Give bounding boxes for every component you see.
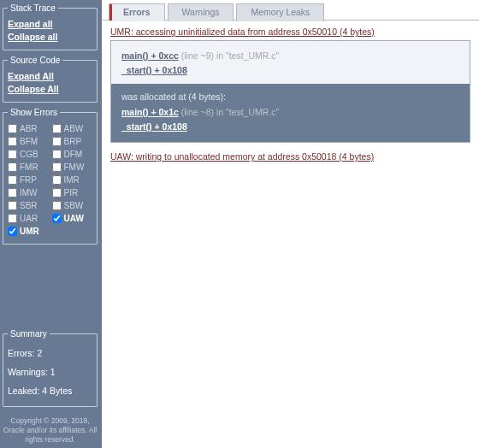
content: UMR: accessing uninitialized data from a… xyxy=(102,21,479,448)
source-code-legend: Source Code xyxy=(8,56,62,65)
summary-errors: Errors: 2 xyxy=(8,344,92,363)
show-errors-legend: Show Errors xyxy=(8,108,60,117)
filter-label: ABW xyxy=(64,122,84,135)
filter-abr[interactable]: ABR xyxy=(8,122,49,135)
tab-errors[interactable]: Errors xyxy=(109,3,165,21)
filter-label: IMR xyxy=(64,174,80,186)
copyright: Copyright © 2009, 2018, Oracle and/or it… xyxy=(3,412,98,446)
alloc-header: was allocated at (4 bytes): xyxy=(121,91,459,102)
collapse-all-source[interactable]: Collapse All xyxy=(8,83,92,96)
filter-brp[interactable]: BRP xyxy=(52,135,93,148)
frame-fn[interactable]: main() + 0x1c xyxy=(121,107,179,117)
stack-frame: main() + 0xcc (line ~9) in "test_UMR.c" xyxy=(121,49,459,63)
filter-cgb[interactable]: CGB xyxy=(8,148,49,161)
filter-label: BFM xyxy=(20,135,38,148)
filter-checkbox-pir[interactable] xyxy=(52,188,62,197)
frame-fn[interactable]: _start() + 0x108 xyxy=(121,65,187,75)
filter-checkbox-fmw[interactable] xyxy=(52,162,62,172)
stack-frame: _start() + 0x108 xyxy=(121,63,459,78)
filter-label: IMW xyxy=(20,186,38,199)
filter-sbr[interactable]: SBR xyxy=(8,199,49,212)
filter-umr[interactable]: UMR xyxy=(8,225,49,238)
filter-label: CGB xyxy=(20,148,38,161)
filter-pir[interactable]: PIR xyxy=(52,186,93,199)
filter-checkbox-fmr[interactable] xyxy=(8,162,17,172)
stack-trace-panel: Stack Trace Expand all Collapse all xyxy=(3,3,98,50)
filter-checkbox-bfm[interactable] xyxy=(8,137,17,146)
summary-leaked: Leaked: 4 Bytes xyxy=(8,381,92,400)
filter-checkbox-dfm[interactable] xyxy=(52,150,62,159)
tab-bar: Errors Warnings Memory Leaks xyxy=(102,0,479,21)
summary-legend: Summary xyxy=(8,329,50,339)
expand-all-stack[interactable]: Expand all xyxy=(8,18,92,31)
filter-uar[interactable]: UAR xyxy=(8,212,49,225)
frame-loc: (line ~8) in "test_UMR.c" xyxy=(179,107,279,117)
filter-sbw[interactable]: SBW xyxy=(52,199,93,212)
filter-checkbox-sbw[interactable] xyxy=(52,201,62,210)
filter-imr[interactable]: IMR xyxy=(52,174,93,186)
stack-frame: _start() + 0x108 xyxy=(121,120,459,134)
error-uaw-title[interactable]: UAW: writing to unallocated memory at ad… xyxy=(110,151,470,162)
filter-fmw[interactable]: FMW xyxy=(52,161,93,174)
filter-label: FRP xyxy=(20,174,37,186)
frame-fn[interactable]: main() + 0xcc xyxy=(121,50,179,61)
filter-label: UMR xyxy=(20,225,39,238)
filter-dfm[interactable]: DFM xyxy=(52,148,93,161)
error-umr-stack: main() + 0xcc (line ~9) in "test_UMR.c" … xyxy=(110,40,470,143)
filter-label: BRP xyxy=(64,135,82,148)
filter-frp[interactable]: FRP xyxy=(8,174,49,186)
filter-label: UAW xyxy=(64,212,84,225)
filter-checkbox-uaw[interactable] xyxy=(52,214,62,223)
filter-label: FMW xyxy=(64,161,85,174)
frame-loc: (line ~9) in "test_UMR.c" xyxy=(179,50,279,61)
filter-label: SBW xyxy=(64,199,84,212)
filter-checkbox-uar[interactable] xyxy=(8,214,17,223)
filter-label: PIR xyxy=(64,186,79,199)
filter-imw[interactable]: IMW xyxy=(8,186,49,199)
alloc-block: was allocated at (4 bytes): main() + 0x1… xyxy=(111,84,470,142)
filter-checkbox-imr[interactable] xyxy=(52,175,62,185)
filter-checkbox-frp[interactable] xyxy=(8,175,17,185)
source-code-panel: Source Code Expand All Collapse All xyxy=(3,56,98,103)
expand-all-source[interactable]: Expand All xyxy=(8,70,92,83)
filter-checkbox-sbr[interactable] xyxy=(8,201,17,210)
filter-bfm[interactable]: BFM xyxy=(8,135,49,148)
filter-abw[interactable]: ABW xyxy=(52,122,93,135)
summary-panel: Summary Errors: 2 Warnings: 1 Leaked: 4 … xyxy=(3,329,98,407)
sidebar: Stack Trace Expand all Collapse all Sour… xyxy=(0,0,102,448)
tab-memory-leaks[interactable]: Memory Leaks xyxy=(236,3,324,21)
stack-trace-legend: Stack Trace xyxy=(8,3,58,13)
filter-label: FMR xyxy=(20,161,38,174)
filter-label: SBR xyxy=(20,199,38,212)
filter-checkbox-brp[interactable] xyxy=(52,137,62,146)
filter-checkbox-cgb[interactable] xyxy=(8,150,17,159)
filter-label: UAR xyxy=(20,212,38,225)
stack-frame: main() + 0x1c (line ~8) in "test_UMR.c" xyxy=(121,105,459,120)
filter-checkbox-abr[interactable] xyxy=(8,124,17,133)
error-umr-title[interactable]: UMR: accessing uninitialized data from a… xyxy=(110,27,470,37)
filter-uaw[interactable]: UAW xyxy=(52,212,93,225)
main: Errors Warnings Memory Leaks UMR: access… xyxy=(102,0,479,448)
filter-checkbox-umr[interactable] xyxy=(8,227,17,236)
filter-checkbox-imw[interactable] xyxy=(8,188,17,197)
filter-label: ABR xyxy=(20,122,38,135)
tab-warnings[interactable]: Warnings xyxy=(168,3,234,21)
show-errors-panel: Show Errors ABRABWBFMBRPCGBDFMFMRFMWFRPI… xyxy=(3,108,98,245)
filter-fmr[interactable]: FMR xyxy=(8,161,49,174)
frame-fn[interactable]: _start() + 0x108 xyxy=(121,121,187,132)
filter-label: DFM xyxy=(64,148,83,161)
collapse-all-stack[interactable]: Collapse all xyxy=(8,31,92,44)
filter-checkbox-abw[interactable] xyxy=(52,124,62,133)
summary-warnings: Warnings: 1 xyxy=(8,363,92,381)
